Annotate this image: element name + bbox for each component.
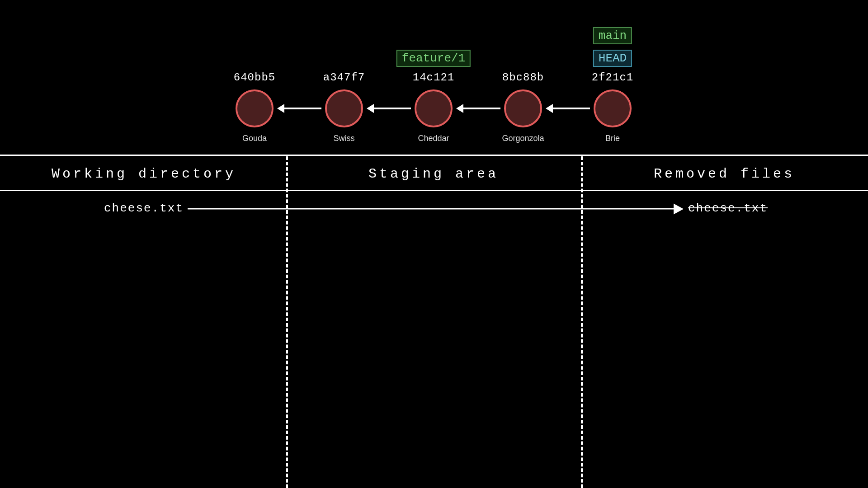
head-ref-label: HEAD bbox=[593, 50, 632, 67]
file-move-arrow-icon bbox=[188, 208, 675, 210]
commit-node bbox=[594, 89, 632, 127]
staging-area-title: Staging area bbox=[368, 166, 499, 182]
working-file-label: cheese.txt bbox=[104, 202, 184, 215]
parent-arrow-icon bbox=[283, 108, 321, 109]
commit-message: Cheddar bbox=[418, 134, 449, 143]
commit-hash: a347f7 bbox=[323, 71, 365, 84]
commit-hash: 14c121 bbox=[413, 71, 454, 84]
branch-ref-label: feature/1 bbox=[396, 50, 471, 67]
parent-arrow-icon bbox=[373, 108, 411, 109]
commit-message: Swiss bbox=[333, 134, 354, 143]
commit-message: Brie bbox=[605, 134, 620, 143]
commit-node bbox=[504, 89, 542, 127]
working-directory-title: Working directory bbox=[52, 166, 236, 182]
commit-message: Gouda bbox=[242, 134, 267, 143]
removed-file-label: cheese.txt bbox=[688, 202, 768, 215]
branch-ref-label: main bbox=[593, 27, 632, 44]
parent-arrow-icon bbox=[552, 108, 590, 109]
divider-line bbox=[0, 190, 868, 191]
commit-message: Gorgonzola bbox=[502, 134, 544, 143]
commit-hash: 2f21c1 bbox=[592, 71, 633, 84]
commit-node bbox=[325, 89, 363, 127]
removed-files-title: Removed files bbox=[654, 166, 795, 182]
vertical-separator bbox=[286, 156, 288, 488]
divider-line bbox=[0, 155, 868, 156]
commit-node bbox=[236, 89, 274, 127]
vertical-separator bbox=[581, 156, 583, 488]
commit-hash: 640bb5 bbox=[234, 71, 275, 84]
commit-hash: 8bc88b bbox=[502, 71, 544, 84]
commit-node bbox=[415, 89, 453, 127]
parent-arrow-icon bbox=[462, 108, 500, 109]
